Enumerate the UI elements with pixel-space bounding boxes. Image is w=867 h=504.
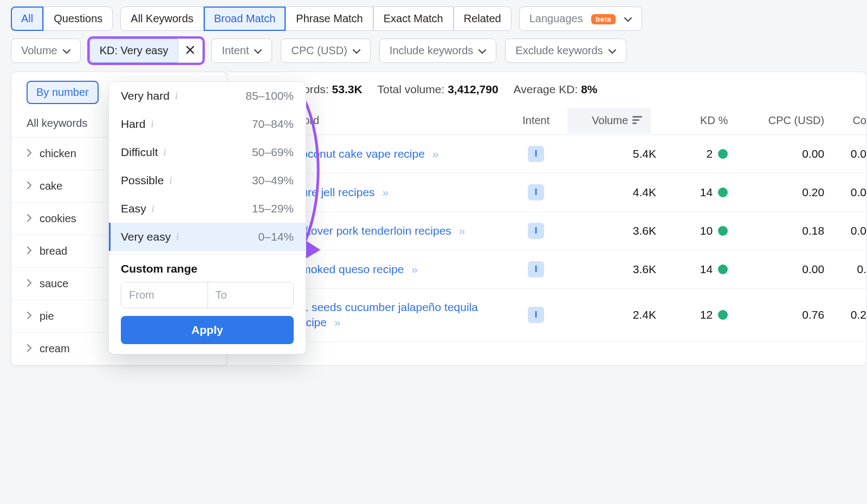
cell-co: 0.: [835, 263, 866, 276]
intent-badge: I: [528, 146, 544, 162]
kd-option-range: 70–84%: [252, 118, 294, 131]
kd-option[interactable]: Possiblei30–49%: [109, 166, 306, 195]
kd-difficulty-dot: [718, 149, 728, 159]
filter-exclude-keywords[interactable]: Exclude keywords: [505, 38, 626, 63]
table-row: + sure jell recipes » I 4.4K 14 0.20 0.0: [228, 173, 866, 212]
apply-button[interactable]: Apply: [121, 316, 294, 344]
tab-all[interactable]: All: [11, 7, 43, 31]
cell-kd: 14: [672, 186, 728, 199]
close-icon: [186, 44, 195, 57]
keyword-link[interactable]: smoked queso recipe »: [296, 263, 418, 275]
custom-range-title: Custom range: [121, 262, 294, 275]
custom-range-from[interactable]: [121, 282, 208, 308]
kd-option-range: 85–100%: [245, 89, 294, 102]
col-volume-sorted[interactable]: Volume: [567, 108, 651, 133]
cell-cpc: 0.76: [735, 308, 835, 321]
chevron-down-icon: [353, 44, 360, 57]
keyword-link[interactable]: leftover pork tenderloin recipes »: [296, 224, 465, 237]
tab-all-keywords[interactable]: All Keywords: [120, 7, 204, 31]
stat-total-volume: 3,412,790: [448, 83, 498, 95]
cell-kd: 2: [672, 147, 728, 160]
kd-option[interactable]: Very easyi0–14%: [109, 223, 306, 251]
chevron-down-icon: [609, 44, 616, 57]
tab-related[interactable]: Related: [454, 7, 512, 31]
cell-kd: 10: [672, 224, 728, 237]
cell-co: 0.0: [835, 147, 866, 160]
col-kd[interactable]: KD %: [672, 114, 735, 127]
col-co[interactable]: Co: [835, 114, 866, 127]
tab-languages[interactable]: Languages beta: [519, 7, 642, 31]
info-icon: i: [152, 203, 154, 215]
cell-co: 0.0: [835, 186, 866, 199]
cell-volume: 3.6K: [567, 224, 672, 237]
group-name: cream: [40, 343, 70, 355]
tab-exact-match[interactable]: Exact Match: [373, 7, 454, 31]
kd-difficulty-dot: [718, 188, 728, 197]
tab-by-number[interactable]: By number: [27, 81, 99, 104]
kd-option[interactable]: Easyi15–29%: [109, 195, 306, 223]
col-keyword[interactable]: word: [296, 114, 505, 127]
chevron-right-icon: [27, 214, 32, 224]
keyword-link[interactable]: 21 seeds cucumber jalapeño tequila recip…: [296, 301, 478, 328]
col-intent[interactable]: Intent: [504, 114, 567, 127]
beta-badge: beta: [591, 14, 616, 24]
kd-option-range: 15–29%: [252, 202, 294, 215]
table-row: + 21 seeds cucumber jalapeño tequila rec…: [228, 289, 866, 342]
kd-difficulty-dot: [718, 310, 728, 320]
keyword-link[interactable]: coconut cake vape recipe »: [296, 147, 439, 160]
match-tabs: All Questions All Keywords Broad Match P…: [0, 0, 867, 38]
filter-kd-clear[interactable]: [178, 38, 203, 63]
filter-volume[interactable]: Volume: [11, 38, 81, 63]
cell-volume: 3.6K: [567, 263, 672, 276]
filter-row: Volume KD: Very easy Intent CPC (USD) In…: [0, 38, 867, 72]
cell-cpc: 0.20: [735, 186, 835, 199]
chevron-right-icon: [27, 279, 32, 289]
filter-include-keywords[interactable]: Include keywords: [379, 38, 497, 63]
external-link-icon: »: [331, 316, 341, 328]
chevron-right-icon: [27, 312, 32, 321]
tab-broad-match[interactable]: Broad Match: [204, 7, 286, 31]
info-icon: i: [163, 147, 166, 158]
keyword-link[interactable]: sure jell recipes »: [296, 186, 389, 198]
group-name: pie: [40, 310, 54, 322]
chevron-down-icon: [478, 44, 486, 57]
cell-kd: 14: [672, 263, 728, 276]
custom-range-to[interactable]: [208, 282, 294, 308]
kd-difficulty-dot: [718, 264, 728, 274]
chevron-down-icon: [63, 44, 70, 57]
group-name: chicken: [40, 147, 76, 160]
kd-option[interactable]: Difficulti50–69%: [109, 138, 306, 166]
cell-volume: 5.4K: [567, 147, 672, 160]
kd-option[interactable]: Very hardi85–100%: [109, 82, 306, 110]
results-panel: ords: 53.3K Total volume: 3,412,790 Aver…: [228, 72, 867, 366]
cell-cpc: 0.00: [735, 263, 835, 276]
tab-phrase-match[interactable]: Phrase Match: [286, 7, 373, 31]
group-name: bread: [40, 245, 67, 257]
filter-kd[interactable]: KD: Very easy: [89, 38, 178, 63]
chevron-right-icon: [27, 247, 32, 256]
kd-option[interactable]: Hardi70–84%: [109, 110, 306, 138]
summary-stats: ords: 53.3K Total volume: 3,412,790 Aver…: [228, 72, 866, 107]
group-name: cookies: [40, 212, 76, 225]
info-icon: i: [169, 175, 172, 186]
intent-badge: I: [528, 184, 544, 201]
filter-intent[interactable]: Intent: [211, 38, 272, 63]
filter-cpc[interactable]: CPC (USD): [281, 38, 370, 63]
filter-kd-active: KD: Very easy: [89, 38, 203, 63]
info-icon: i: [176, 231, 179, 243]
chevron-right-icon: [27, 344, 32, 354]
group-name: sauce: [40, 277, 68, 290]
cell-co: 0.0: [835, 224, 866, 237]
table-row: + smoked queso recipe » I 3.6K 14 0.00 0…: [228, 250, 866, 289]
cell-cpc: 0.18: [735, 224, 835, 237]
intent-badge: I: [528, 261, 544, 277]
cell-kd: 12: [672, 308, 728, 321]
cell-volume: 4.4K: [567, 186, 672, 199]
external-link-icon: »: [456, 224, 465, 237]
kd-option-range: 30–49%: [252, 174, 294, 187]
col-cpc[interactable]: CPC (USD): [735, 114, 835, 127]
info-icon: i: [175, 91, 178, 102]
kd-option-range: 0–14%: [258, 230, 294, 243]
tab-questions[interactable]: Questions: [43, 7, 113, 31]
table-row: + leftover pork tenderloin recipes » I 3…: [228, 212, 866, 250]
